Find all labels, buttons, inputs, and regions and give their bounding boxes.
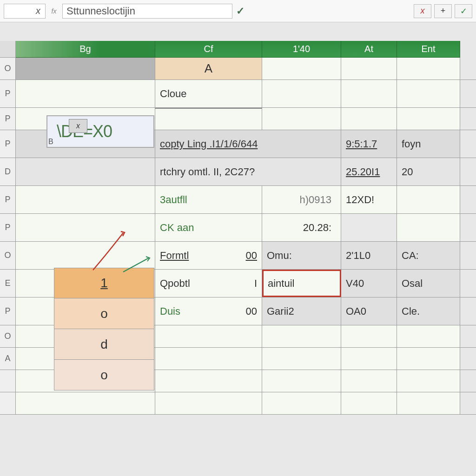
cell[interactable] [262, 108, 341, 130]
cell[interactable] [155, 325, 262, 347]
row-header[interactable]: P [0, 214, 16, 241]
select-all-corner[interactable] [0, 41, 16, 58]
cell[interactable] [341, 80, 397, 107]
cell[interactable] [155, 370, 262, 392]
row-header[interactable]: P [0, 80, 16, 107]
cell[interactable] [397, 108, 460, 130]
cell[interactable] [155, 108, 262, 130]
cell[interactable] [341, 370, 397, 392]
cell[interactable] [397, 392, 460, 414]
row-header[interactable]: O [0, 58, 16, 79]
name-box[interactable] [4, 4, 46, 19]
grid-row [0, 392, 476, 415]
cell[interactable]: OA0 [341, 298, 397, 325]
cell-num: I [254, 278, 257, 290]
cell[interactable] [397, 348, 460, 370]
cell[interactable]: 20.28: [262, 214, 341, 241]
cell[interactable] [262, 325, 341, 347]
column-header-D[interactable]: At [341, 41, 397, 58]
grid-row: P 3autfll h)0913 12XD! [0, 186, 476, 214]
cell[interactable]: A [155, 58, 262, 79]
fx-icon: fx [49, 7, 59, 16]
cell[interactable] [262, 392, 341, 414]
cell[interactable] [16, 186, 155, 213]
cell[interactable] [397, 214, 460, 241]
orange-cell-4[interactable]: o [54, 360, 154, 390]
cell[interactable] [16, 392, 155, 414]
row-header[interactable] [0, 392, 16, 414]
cell[interactable]: V40 [341, 270, 397, 297]
column-header-A[interactable]: Bg [16, 41, 155, 58]
cell[interactable] [397, 58, 460, 79]
cell[interactable]: Cle. [397, 298, 460, 325]
cell[interactable] [262, 348, 341, 370]
cell[interactable]: 3autfll [155, 186, 262, 213]
cell-text: CK aan [160, 222, 194, 234]
row-header[interactable]: O [0, 242, 16, 269]
cell[interactable] [341, 58, 397, 79]
cell[interactable] [341, 214, 397, 241]
column-header-E[interactable]: Ent [397, 41, 460, 58]
cell[interactable]: foyn [397, 130, 460, 158]
cell[interactable]: Omu: [262, 242, 341, 269]
orange-cell-1[interactable]: 1 [54, 268, 154, 298]
cell[interactable] [262, 58, 341, 79]
row-header[interactable]: E [0, 270, 16, 297]
plus-icon[interactable]: + [434, 4, 452, 18]
row-header[interactable]: P [0, 186, 16, 213]
row-header[interactable]: O [0, 325, 16, 347]
cell[interactable]: rtchry omtl. II, 2C27? [155, 158, 341, 185]
cell[interactable] [397, 186, 460, 213]
cell[interactable] [262, 80, 341, 107]
cell-text: Qpobtl [160, 278, 190, 290]
cell[interactable]: 25.20I1 [341, 158, 397, 185]
cell[interactable]: CA: [397, 242, 460, 269]
cancel-icon[interactable]: x [414, 4, 431, 18]
cell[interactable]: 12XD! [341, 186, 397, 213]
cell[interactable]: 20 [397, 158, 460, 185]
cell[interactable] [262, 370, 341, 392]
cell[interactable]: copty Ling .I1/1/6/644 [155, 130, 341, 158]
cell[interactable] [16, 242, 155, 269]
cell[interactable] [341, 325, 397, 347]
cell[interactable]: 9:5:1.7 [341, 130, 397, 158]
row-header[interactable] [0, 370, 16, 392]
orange-cell-2[interactable]: o [54, 298, 154, 329]
cell[interactable] [341, 108, 397, 130]
formula-input[interactable]: Sttunnesloctijin [62, 4, 232, 19]
column-header-B[interactable]: Cf [155, 41, 262, 58]
spreadsheet[interactable]: Bg Cf 1'40 At Ent x B \DE=X0 1 o d o O A [0, 41, 476, 415]
cell[interactable] [341, 392, 397, 414]
cell[interactable] [397, 370, 460, 392]
cell[interactable] [155, 392, 262, 414]
cell[interactable] [16, 80, 155, 107]
confirm-icon[interactable]: ✓ [455, 4, 472, 18]
accept-icon[interactable]: ✓ [236, 5, 245, 17]
cell[interactable]: 2'1L0 [341, 242, 397, 269]
selected-cell[interactable]: aintuil [262, 270, 341, 297]
row-header[interactable]: D [0, 158, 16, 185]
cell[interactable]: Formtl 00 [155, 242, 262, 269]
cell[interactable] [341, 348, 397, 370]
cell[interactable] [397, 325, 460, 347]
row-header[interactable]: P [0, 130, 16, 158]
cell[interactable]: Garii2 [262, 298, 341, 325]
cell[interactable] [16, 214, 155, 241]
orange-cell-3[interactable]: d [54, 329, 154, 360]
orange-column-block[interactable]: 1 o d o [54, 268, 154, 391]
cell[interactable] [16, 158, 155, 185]
row-header[interactable]: P [0, 108, 16, 130]
cell[interactable]: h)0913 [262, 186, 341, 213]
cell[interactable] [155, 348, 262, 370]
cell[interactable]: CK aan [155, 214, 262, 241]
cell-num: 00 [246, 250, 257, 262]
cell[interactable] [397, 80, 460, 107]
row-header[interactable]: P [0, 298, 16, 325]
row-header[interactable]: A [0, 348, 16, 370]
cell[interactable]: Duis 00 [155, 298, 262, 325]
cell[interactable]: Osal [397, 270, 460, 297]
column-header-C[interactable]: 1'40 [262, 41, 341, 58]
cell[interactable]: Cloue [155, 80, 262, 107]
cell[interactable]: Qpobtl I [155, 270, 262, 297]
cell[interactable] [16, 58, 155, 79]
